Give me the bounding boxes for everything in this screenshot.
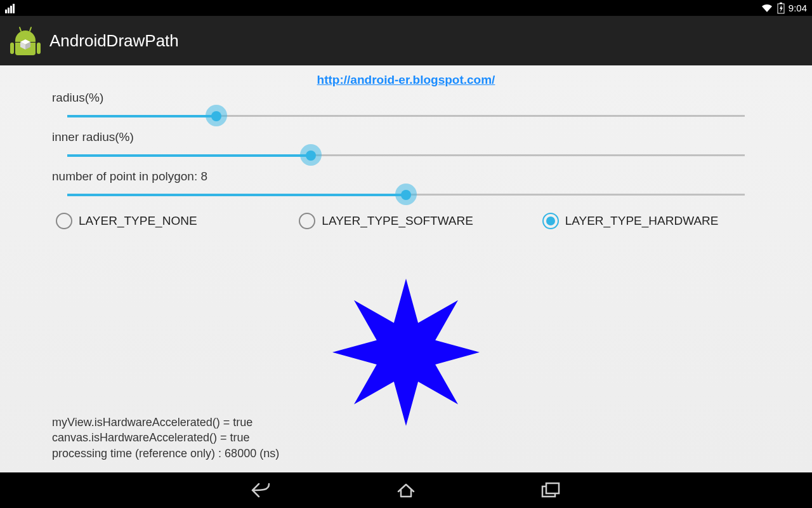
radio-icon [299, 213, 315, 229]
navigation-bar [0, 472, 812, 508]
status-bar: 9:04 [0, 0, 812, 16]
star-shape [330, 276, 482, 428]
radius-label: radius(%) [52, 91, 760, 105]
svg-marker-2 [780, 5, 783, 12]
info-line: canvas.isHardwareAccelerated() = true [52, 430, 279, 445]
svg-marker-6 [332, 278, 480, 425]
blog-link[interactable]: http://android-er.blogspot.com/ [0, 73, 812, 87]
radio-label: LAYER_TYPE_HARDWARE [565, 214, 719, 228]
inner-radius-label: inner radius(%) [52, 130, 760, 144]
radio-icon [542, 213, 559, 229]
back-button[interactable] [246, 478, 277, 503]
battery-charging-icon [777, 3, 785, 14]
recents-button[interactable] [535, 478, 566, 503]
status-signal-icon [5, 3, 15, 13]
svg-rect-8 [546, 483, 559, 493]
info-text: myView.isHardwareAccelerated() = true ca… [52, 415, 279, 461]
app-title: AndroidDrawPath [49, 31, 179, 51]
app-bar: AndroidDrawPath [0, 16, 812, 65]
points-label: number of point in polygon: 8 [52, 170, 760, 184]
radio-icon [56, 213, 72, 229]
svg-rect-1 [780, 3, 782, 4]
clock: 9:04 [789, 3, 807, 13]
content-area: http://android-er.blogspot.com/ radius(%… [0, 65, 812, 472]
radio-layer-software[interactable]: LAYER_TYPE_SOFTWARE [299, 213, 516, 229]
wifi-icon [761, 3, 773, 13]
home-button[interactable] [391, 478, 421, 503]
layer-type-radio-group: LAYER_TYPE_NONE LAYER_TYPE_SOFTWARE LAYE… [0, 209, 812, 229]
app-icon [11, 24, 39, 57]
points-slider[interactable] [52, 186, 760, 204]
info-line: processing time (reference only) : 68000… [52, 446, 279, 461]
info-line: myView.isHardwareAccelerated() = true [52, 415, 279, 430]
radius-slider[interactable] [52, 107, 760, 125]
radio-layer-none[interactable]: LAYER_TYPE_NONE [56, 213, 273, 229]
radio-layer-hardware[interactable]: LAYER_TYPE_HARDWARE [542, 213, 760, 229]
inner-radius-slider[interactable] [52, 147, 760, 164]
radio-label: LAYER_TYPE_SOFTWARE [322, 214, 473, 228]
radio-label: LAYER_TYPE_NONE [79, 214, 197, 228]
